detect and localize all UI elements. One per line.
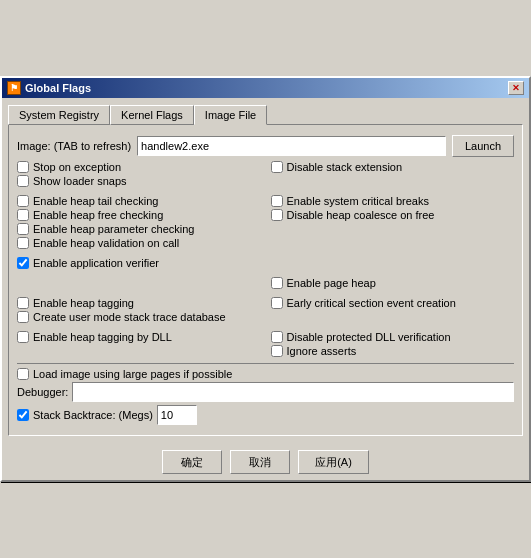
heap-param-row: Enable heap parameter checking	[17, 223, 261, 235]
title-bar-text: ⚑ Global Flags	[7, 81, 91, 95]
col-right-1: Disable stack extension	[271, 161, 515, 189]
ignore-asserts-row: Ignore asserts	[271, 345, 515, 357]
launch-button[interactable]: Launch	[452, 135, 514, 157]
tab-kernel-flags[interactable]: Kernel Flags	[110, 105, 194, 125]
disable-protected-dll-row: Disable protected DLL verification	[271, 331, 515, 343]
debugger-row: Debugger:	[17, 382, 514, 402]
apply-button[interactable]: 应用(A)	[298, 450, 369, 474]
page-heap-row: Enable page heap	[271, 277, 515, 289]
stack-backtrace-input[interactable]	[157, 405, 197, 425]
tab-system-registry[interactable]: System Registry	[8, 105, 110, 125]
main-window: ⚑ Global Flags ✕ System Registry Kernel …	[0, 76, 531, 482]
large-pages-check[interactable]	[17, 368, 29, 380]
debugger-input[interactable]	[72, 382, 514, 402]
stop-on-exception-check[interactable]	[17, 161, 29, 173]
cancel-button[interactable]: 取消	[230, 450, 290, 474]
heap-tagging-label: Enable heap tagging	[33, 297, 134, 309]
app-verifier-check[interactable]	[17, 257, 29, 269]
ignore-asserts-label: Ignore asserts	[287, 345, 357, 357]
col-left-5: Enable heap tagging by DLL	[17, 331, 261, 359]
heap-tagging-dll-check[interactable]	[17, 331, 29, 343]
show-loader-snaps-label: Show loader snaps	[33, 175, 127, 187]
sys-critical-row: Enable system critical breaks	[271, 195, 515, 207]
dll-columns: Enable heap tagging by DLL Disable prote…	[17, 331, 514, 359]
heap-free-label: Enable heap free checking	[33, 209, 163, 221]
col-right-5: Disable protected DLL verification Ignor…	[271, 331, 515, 359]
tab-image-file[interactable]: Image File	[194, 105, 267, 125]
heap-tagging-dll-label: Enable heap tagging by DLL	[33, 331, 172, 343]
heap-free-check[interactable]	[17, 209, 29, 221]
separator-line	[17, 363, 514, 364]
large-pages-row: Load image using large pages if possible	[17, 368, 514, 380]
user-mode-db-check[interactable]	[17, 311, 29, 323]
col-left-2: Enable heap tail checking Enable heap fr…	[17, 195, 261, 251]
ignore-asserts-check[interactable]	[271, 345, 283, 357]
image-row: Image: (TAB to refresh) Launch	[17, 135, 514, 157]
stop-on-exception-label: Stop on exception	[33, 161, 121, 173]
show-loader-snaps-row: Show loader snaps	[17, 175, 261, 187]
tagging-columns: Enable heap tagging Create user mode sta…	[17, 297, 514, 325]
title-bar: ⚑ Global Flags ✕	[2, 78, 529, 98]
image-label: Image: (TAB to refresh)	[17, 140, 131, 152]
heap-tagging-row: Enable heap tagging	[17, 297, 261, 309]
early-critical-check[interactable]	[271, 297, 283, 309]
window-title: Global Flags	[25, 82, 91, 94]
ok-button[interactable]: 确定	[162, 450, 222, 474]
bottom-buttons: 确定 取消 应用(A)	[2, 442, 529, 480]
heap-param-check[interactable]	[17, 223, 29, 235]
disable-stack-ext-row: Disable stack extension	[271, 161, 515, 173]
app-verifier-label: Enable application verifier	[33, 257, 159, 269]
tab-content: Image: (TAB to refresh) Launch Stop on e…	[8, 124, 523, 436]
app-verifier-columns: Enable application verifier Enable page …	[17, 257, 514, 291]
heap-val-row: Enable heap validation on call	[17, 237, 261, 249]
stop-on-exception-row: Stop on exception	[17, 161, 261, 173]
user-mode-db-row: Create user mode stack trace database	[17, 311, 261, 323]
heap-coal-check[interactable]	[271, 209, 283, 221]
page-heap-check[interactable]	[271, 277, 283, 289]
col-right-2: Enable system critical breaks Disable he…	[271, 195, 515, 251]
disable-protected-dll-label: Disable protected DLL verification	[287, 331, 451, 343]
title-bar-buttons: ✕	[508, 81, 524, 95]
heap-coal-row: Disable heap coalesce on free	[271, 209, 515, 221]
disable-stack-ext-check[interactable]	[271, 161, 283, 173]
tab-bar: System Registry Kernel Flags Image File	[8, 104, 523, 124]
sys-critical-label: Enable system critical breaks	[287, 195, 429, 207]
user-mode-db-label: Create user mode stack trace database	[33, 311, 226, 323]
disable-stack-ext-label: Disable stack extension	[287, 161, 403, 173]
show-loader-snaps-check[interactable]	[17, 175, 29, 187]
row-stop-disable: Stop on exception Show loader snaps Disa…	[17, 161, 514, 189]
large-pages-label: Load image using large pages if possible	[33, 368, 232, 380]
stack-backtrace-row: Stack Backtrace: (Megs)	[17, 405, 514, 425]
col-right-4: Early critical section event creation	[271, 297, 515, 325]
stack-backtrace-label: Stack Backtrace: (Megs)	[33, 409, 153, 421]
window-icon: ⚑	[7, 81, 21, 95]
col-left-3: Enable application verifier	[17, 257, 261, 291]
sys-critical-check[interactable]	[271, 195, 283, 207]
stack-backtrace-check[interactable]	[17, 409, 29, 421]
heap-free-row: Enable heap free checking	[17, 209, 261, 221]
col-left-4: Enable heap tagging Create user mode sta…	[17, 297, 261, 325]
heap-tail-row: Enable heap tail checking	[17, 195, 261, 207]
heap-val-label: Enable heap validation on call	[33, 237, 179, 249]
disable-protected-dll-check[interactable]	[271, 331, 283, 343]
early-critical-row: Early critical section event creation	[271, 297, 515, 309]
window-body: System Registry Kernel Flags Image File …	[2, 98, 529, 442]
heap-param-label: Enable heap parameter checking	[33, 223, 194, 235]
heap-tagging-check[interactable]	[17, 297, 29, 309]
image-input[interactable]	[137, 136, 446, 156]
heap-coal-label: Disable heap coalesce on free	[287, 209, 435, 221]
col-left-1: Stop on exception Show loader snaps	[17, 161, 261, 189]
app-verifier-row: Enable application verifier	[17, 257, 261, 269]
heap-val-check[interactable]	[17, 237, 29, 249]
page-heap-spacer: Enable page heap	[271, 277, 515, 289]
close-button[interactable]: ✕	[508, 81, 524, 95]
heap-columns: Enable heap tail checking Enable heap fr…	[17, 195, 514, 251]
heap-tail-check[interactable]	[17, 195, 29, 207]
page-heap-label: Enable page heap	[287, 277, 376, 289]
heap-tail-label: Enable heap tail checking	[33, 195, 158, 207]
heap-tagging-dll-row: Enable heap tagging by DLL	[17, 331, 261, 343]
early-critical-label: Early critical section event creation	[287, 297, 456, 309]
debugger-label: Debugger:	[17, 386, 68, 398]
col-right-3: Enable page heap	[271, 257, 515, 291]
